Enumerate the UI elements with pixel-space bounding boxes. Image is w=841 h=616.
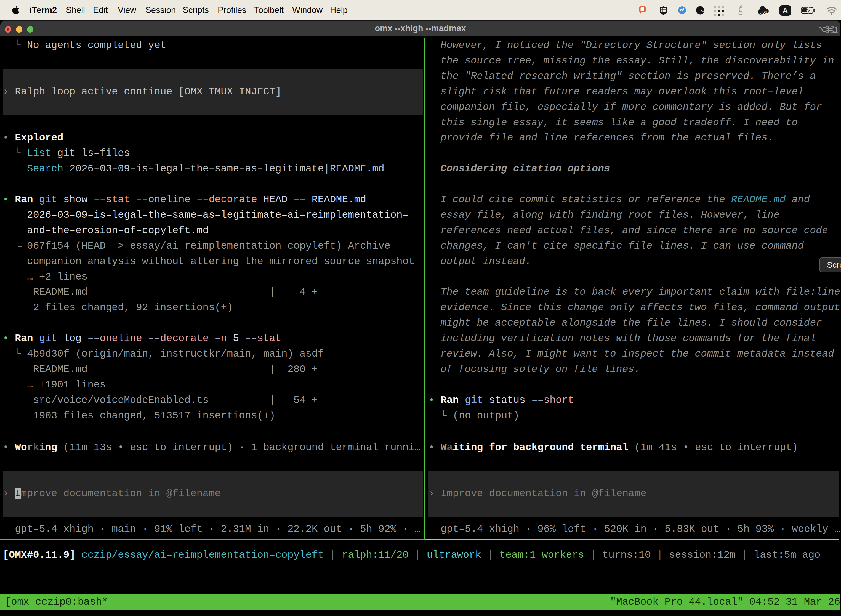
svg-text:..61: ..61 (760, 10, 767, 14)
